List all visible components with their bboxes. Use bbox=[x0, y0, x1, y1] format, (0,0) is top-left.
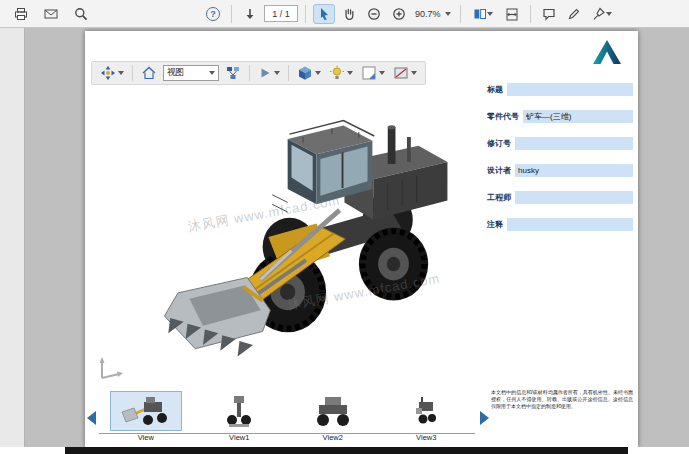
fill-sign-button[interactable] bbox=[563, 4, 585, 24]
rear-view-icon bbox=[313, 394, 353, 428]
toolbar-divider bbox=[460, 5, 461, 23]
help-button[interactable]: ? bbox=[202, 4, 224, 24]
thumbnail-label: View1 bbox=[229, 433, 249, 442]
toolbar-divider bbox=[530, 5, 531, 23]
field-label: 零件代号 bbox=[487, 111, 519, 122]
3d-viewport[interactable]: 沐风网 www.mfcad.com 沐风网 www.mfcad.com bbox=[91, 87, 483, 387]
thumbnail-label: View2 bbox=[323, 433, 343, 442]
thumbnail-view3[interactable]: View3 bbox=[380, 391, 474, 447]
toolbar-center-group: ? 1 / 1 bbox=[202, 4, 616, 24]
orbit-tool-button[interactable] bbox=[98, 63, 126, 83]
view-dropdown[interactable]: 视图 bbox=[163, 65, 219, 81]
page-down-button[interactable] bbox=[239, 4, 261, 24]
fit-width-icon bbox=[505, 7, 519, 21]
confidentiality-note: 本文档中的信息和/或材料均属作者所有，具有机密性。未经书面授权，任何人不得使用、… bbox=[491, 389, 633, 410]
toolbar-divider bbox=[288, 65, 289, 81]
chevron-down-icon bbox=[118, 71, 124, 75]
select-tool-button[interactable] bbox=[313, 4, 335, 24]
chevron-down-icon bbox=[411, 71, 417, 75]
chevron-down-icon bbox=[379, 71, 385, 75]
orbit-tool-icon bbox=[100, 65, 116, 81]
wheel-loader-model bbox=[99, 93, 483, 385]
pencil-icon bbox=[567, 7, 581, 21]
field-label: 工程师 bbox=[487, 192, 511, 203]
field-label: 注释 bbox=[487, 219, 503, 230]
page-display-icon bbox=[473, 7, 487, 21]
background-color-button[interactable] bbox=[359, 63, 387, 83]
revision-field[interactable] bbox=[515, 137, 633, 150]
form-row-designer: 设计者 husky bbox=[487, 164, 633, 177]
zoom-level-dropdown[interactable]: 90.7% bbox=[413, 9, 453, 19]
autodesk-a-icon bbox=[590, 39, 624, 65]
zoom-in-icon bbox=[392, 7, 406, 21]
zoom-in-button[interactable] bbox=[388, 4, 410, 24]
engineer-field[interactable] bbox=[515, 191, 633, 204]
zoom-level-value: 90.7% bbox=[415, 9, 441, 19]
lighting-icon bbox=[329, 65, 345, 81]
designer-field[interactable]: husky bbox=[515, 164, 633, 177]
page-down-icon bbox=[243, 7, 257, 21]
hand-tool-icon bbox=[342, 7, 356, 21]
thumbnail-view[interactable]: View bbox=[99, 391, 193, 447]
thumbnail-view1[interactable]: View1 bbox=[193, 391, 287, 447]
notes-field[interactable] bbox=[507, 218, 633, 231]
toolbar-left-group bbox=[10, 4, 92, 24]
field-label: 标题 bbox=[487, 84, 503, 95]
field-label: 设计者 bbox=[487, 165, 511, 176]
window-bottom-edge bbox=[65, 447, 628, 454]
cross-section-button[interactable] bbox=[391, 63, 419, 83]
email-button[interactable] bbox=[40, 4, 62, 24]
field-label: 修订号 bbox=[487, 138, 511, 149]
home-icon bbox=[141, 65, 157, 81]
search-icon bbox=[74, 7, 88, 21]
default-view-button[interactable] bbox=[139, 63, 159, 83]
front-view-icon bbox=[227, 394, 251, 428]
iso-view-icon bbox=[118, 394, 174, 428]
thumbnail-image bbox=[297, 391, 369, 431]
form-row-part-number: 零件代号 铲车—(三维) bbox=[487, 110, 633, 123]
next-views-arrow[interactable] bbox=[480, 411, 489, 425]
view-dropdown-value: 视图 bbox=[167, 67, 184, 79]
chevron-down-icon bbox=[487, 12, 493, 16]
thumbnail-label: View bbox=[138, 433, 154, 442]
search-button[interactable] bbox=[70, 4, 92, 24]
thumbnail-list: View View1 bbox=[99, 391, 473, 447]
signature-pen-icon bbox=[592, 7, 606, 21]
page-display-button[interactable] bbox=[468, 4, 498, 24]
zoom-out-button[interactable] bbox=[363, 4, 385, 24]
part-number-field[interactable]: 铲车—(三维) bbox=[523, 110, 633, 123]
comment-button[interactable] bbox=[538, 4, 560, 24]
fit-width-button[interactable] bbox=[501, 4, 523, 24]
chevron-down-icon bbox=[445, 12, 451, 16]
play-animation-button[interactable] bbox=[256, 63, 282, 83]
autodesk-logo bbox=[590, 39, 624, 69]
thumbnail-label: View3 bbox=[416, 433, 436, 442]
lighting-button[interactable] bbox=[327, 63, 355, 83]
title-field[interactable] bbox=[507, 83, 633, 96]
model-tree-button[interactable] bbox=[223, 63, 243, 83]
chevron-down-icon bbox=[315, 71, 321, 75]
zoom-out-icon bbox=[367, 7, 381, 21]
background-color-icon bbox=[361, 65, 377, 81]
help-icon: ? bbox=[206, 7, 220, 21]
3d-toolbar: 视图 bbox=[91, 61, 426, 85]
page-indicator[interactable]: 1 / 1 bbox=[264, 5, 298, 22]
thumbnail-image bbox=[110, 391, 182, 431]
cross-section-icon bbox=[393, 65, 409, 81]
chevron-down-icon bbox=[347, 71, 353, 75]
toolbar-divider bbox=[231, 5, 232, 23]
toolbar-divider bbox=[305, 5, 306, 23]
render-mode-button[interactable] bbox=[295, 63, 323, 83]
thumbnail-view2[interactable]: View2 bbox=[286, 391, 380, 447]
print-button[interactable] bbox=[10, 4, 32, 24]
left-panel-strip[interactable] bbox=[0, 28, 25, 447]
toolbar-divider bbox=[249, 65, 250, 81]
more-tools-button[interactable] bbox=[588, 4, 616, 24]
toolbar-divider bbox=[132, 65, 133, 81]
form-row-title: 标题 bbox=[487, 83, 633, 96]
hand-tool-button[interactable] bbox=[338, 4, 360, 24]
model-tree-icon bbox=[225, 65, 241, 81]
pdf-page: 视图 bbox=[85, 31, 638, 447]
previous-views-arrow[interactable] bbox=[87, 411, 96, 425]
chevron-down-icon bbox=[209, 71, 215, 75]
